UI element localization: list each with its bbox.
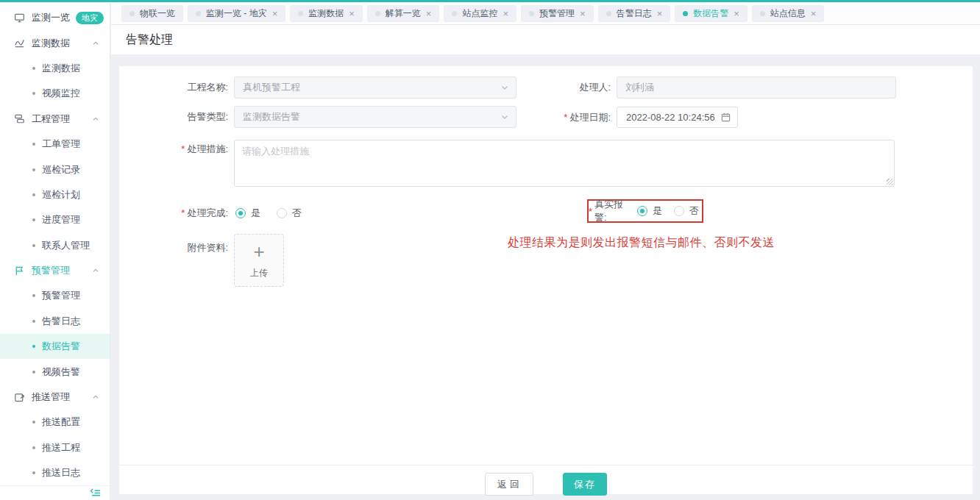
tab-site-info[interactable]: 站点信息 × <box>752 5 825 22</box>
sidebar-item-monitoring-data[interactable]: 监测数据 <box>0 56 110 81</box>
radio-unchecked-icon <box>277 208 287 218</box>
real-alarm-radio-yes[interactable]: 是 <box>637 204 662 218</box>
alert-type-label: 告警类型: <box>119 106 228 128</box>
close-icon[interactable]: × <box>734 9 739 18</box>
tab-dot-icon <box>298 11 303 16</box>
project-icon <box>13 113 25 125</box>
chevron-up-icon <box>92 40 99 47</box>
textarea-resize-handle[interactable] <box>887 179 893 185</box>
handle-date-picker[interactable]: 2022-08-22 10:24:56 <box>617 107 738 128</box>
tab-dot-icon <box>683 11 688 16</box>
sidebar-item-push-log[interactable]: 推送日志 <box>0 460 110 485</box>
measures-label: *处理措施: <box>119 138 228 160</box>
close-icon[interactable]: × <box>657 9 663 18</box>
bullet-dot <box>32 421 35 424</box>
sidebar-item-video-alarm[interactable]: 视频告警 <box>0 359 110 384</box>
bullet-dot <box>32 320 35 323</box>
sidebar-group-monitoring-data[interactable]: 监测数据 <box>0 30 110 55</box>
radio-unchecked-icon <box>674 206 684 216</box>
tab-iot-overview[interactable]: 物联一览 <box>121 5 183 22</box>
save-button[interactable]: 保存 <box>563 473 607 496</box>
sidebar-item-inspection-record[interactable]: 巡检记录 <box>0 157 110 182</box>
data-signal-icon <box>13 38 25 49</box>
sidebar-item-alarm-log[interactable]: 告警日志 <box>0 309 110 334</box>
close-icon[interactable]: × <box>811 9 817 18</box>
back-button[interactable]: 返回 <box>485 473 533 496</box>
measures-textarea[interactable] <box>234 140 895 187</box>
tab-bar: 物联一览 监测一览 - 地灾 × 监测数据 × 解算一览 × 站点监控 × 预警… <box>111 2 980 25</box>
handler-label: 处理人: <box>502 76 611 99</box>
bullet-dot <box>32 218 35 221</box>
tab-site-monitoring[interactable]: 站点监控 × <box>444 5 516 22</box>
tab-monitoring-overview-dizai[interactable]: 监测一览 - 地灾 × <box>188 5 285 22</box>
required-asterisk: * <box>564 112 567 123</box>
close-icon[interactable]: × <box>426 9 432 18</box>
sidebar: 监测一览 地灾 监测数据 监测数据 视频监控 工程管理 工单管 <box>0 2 110 500</box>
warning-flag-icon <box>13 265 25 276</box>
sidebar-item-contact-mgmt[interactable]: 联系人管理 <box>0 233 110 258</box>
required-asterisk: * <box>181 143 185 154</box>
sidebar-group-push-mgmt[interactable]: 推送管理 <box>0 385 110 410</box>
bullet-dot <box>32 92 35 95</box>
bullet-dot <box>32 143 35 146</box>
sidebar-footer <box>0 485 110 500</box>
bullet-dot <box>32 168 35 171</box>
sidebar-item-inspection-plan[interactable]: 巡检计划 <box>0 182 110 207</box>
push-send-icon <box>13 391 25 403</box>
upload-button[interactable]: + 上传 <box>234 234 284 287</box>
sidebar-group-project-mgmt[interactable]: 工程管理 <box>0 107 110 132</box>
tab-monitoring-data[interactable]: 监测数据 × <box>290 5 363 22</box>
bullet-dot <box>32 193 35 196</box>
sidebar-item-push-config[interactable]: 推送配置 <box>0 410 110 435</box>
tab-dot-icon <box>196 11 201 16</box>
tab-dot-icon <box>760 11 765 16</box>
footer-divider <box>119 465 973 465</box>
bullet-dot <box>32 244 35 247</box>
complete-label: *处理完成: <box>119 202 228 224</box>
sidebar-item-monitoring-overview[interactable]: 监测一览 地灾 <box>0 5 110 30</box>
sidebar-item-label: 监测一览 <box>32 11 70 24</box>
close-icon[interactable]: × <box>503 9 508 18</box>
sidebar-item-progress-mgmt[interactable]: 进度管理 <box>0 207 110 232</box>
sidebar-group-warning-mgmt[interactable]: 预警管理 <box>0 258 110 283</box>
project-name-label: 工程名称: <box>119 76 228 99</box>
annotation-text: 处理结果为是则发出报警短信与邮件、否则不发送 <box>508 235 775 251</box>
sidebar-item-work-order[interactable]: 工单管理 <box>0 132 110 157</box>
sidebar-item-data-alarm[interactable]: 数据告警 <box>0 334 110 359</box>
main-content: 告警处理 工程名称: 真机预警工程 处理人: 刘利涵 告警类型: 监测数据告警 <box>111 25 980 500</box>
real-alarm-radio-no[interactable]: 否 <box>674 204 699 218</box>
footer-buttons: 返回 保存 <box>119 473 973 496</box>
collapse-sidebar-icon[interactable] <box>90 488 101 498</box>
required-asterisk: * <box>181 207 185 218</box>
tab-warning-mgmt[interactable]: 预警管理 × <box>521 5 594 22</box>
handler-input[interactable]: 刘利涵 <box>617 76 896 99</box>
close-icon[interactable]: × <box>580 9 586 18</box>
attachment-label: 附件资料: <box>119 237 228 259</box>
tab-solution-overview[interactable]: 解算一览 × <box>367 5 440 22</box>
chevron-up-icon <box>92 267 99 274</box>
bullet-dot <box>32 471 35 474</box>
complete-radio-no[interactable]: 否 <box>277 207 302 220</box>
complete-radio-group: 是 否 <box>235 202 318 224</box>
bullet-dot <box>32 371 35 374</box>
real-alarm-label: 真实报警: <box>594 198 631 224</box>
monitor-icon <box>13 12 25 24</box>
bullet-dot <box>32 294 35 297</box>
close-icon[interactable]: × <box>272 9 278 18</box>
required-asterisk: * <box>589 206 592 217</box>
complete-radio-yes[interactable]: 是 <box>235 207 260 220</box>
tab-alarm-log[interactable]: 告警日志 × <box>598 5 671 22</box>
tab-data-alarm[interactable]: 数据告警 × <box>675 5 748 22</box>
tab-dot-icon <box>375 11 380 16</box>
page-title: 告警处理 <box>126 32 173 48</box>
radio-checked-icon <box>235 208 246 218</box>
upload-text: 上传 <box>250 267 268 279</box>
status-badge: 地灾 <box>76 12 104 24</box>
project-name-select[interactable]: 真机预警工程 <box>234 76 516 99</box>
sidebar-item-push-project[interactable]: 推送工程 <box>0 435 110 460</box>
sidebar-item-warning-mgmt[interactable]: 预警管理 <box>0 283 110 308</box>
close-icon[interactable]: × <box>349 9 355 18</box>
sidebar-item-video-monitoring[interactable]: 视频监控 <box>0 81 110 106</box>
chevron-up-icon <box>92 115 99 123</box>
alert-type-select[interactable]: 监测数据告警 <box>234 106 516 128</box>
